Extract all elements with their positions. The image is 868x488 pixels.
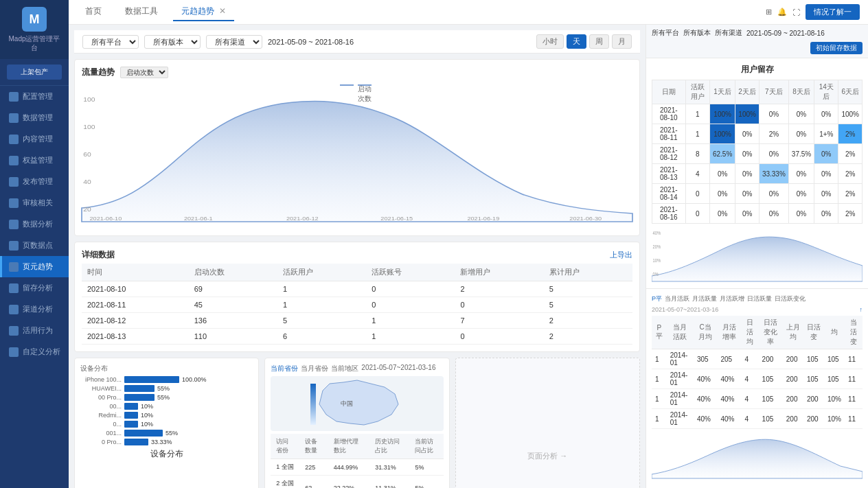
ret-td-active: 1 xyxy=(685,104,709,124)
right-btn[interactable]: 初始留存数据 xyxy=(810,42,863,54)
filter-current-province[interactable]: 当前省份 xyxy=(271,364,298,373)
ret-td-d8: 0% xyxy=(788,104,814,124)
tab-close-icon[interactable]: ✕ xyxy=(219,6,226,16)
act-th10: 当活变 xyxy=(845,316,863,349)
active-export-link[interactable]: ↑ xyxy=(860,306,863,313)
topbar-actions: ⊞ 🔔 ⛶ 情况了解一 xyxy=(766,4,860,20)
svg-text:100: 100 xyxy=(83,124,95,130)
sidebar-item-audit[interactable]: 审核相关 xyxy=(0,192,69,213)
act-f4[interactable]: 月活跃增 xyxy=(720,294,744,303)
act-f3[interactable]: 月活跃量 xyxy=(692,294,717,303)
custom-icon xyxy=(9,347,19,357)
device-bar-item: iPhone 100... 100.00% xyxy=(80,376,253,383)
right-platform-filter[interactable]: 所有平台 xyxy=(652,28,679,38)
sidebar-item-behavior[interactable]: 活用行为 xyxy=(0,320,69,341)
td-total-users: 5 xyxy=(544,281,632,297)
chart-metric-select[interactable]: 启动次数 xyxy=(120,67,168,78)
retention-table-row: 2021-08-13 4 0% 0% 33.33% 0% 0% 2% xyxy=(652,164,863,184)
tab-home[interactable]: 首页 xyxy=(77,3,110,21)
td-total-users: 5 xyxy=(544,297,632,313)
version-filter[interactable]: 所有版本 xyxy=(144,35,201,49)
sidebar-item-rights[interactable]: 权益管理 xyxy=(0,150,69,171)
user-button[interactable]: 上架包产 xyxy=(7,65,62,80)
tab-data-tools[interactable]: 数据工具 xyxy=(117,3,166,21)
sidebar-item-label: 发布管理 xyxy=(23,176,53,187)
channel-filter[interactable]: 所有渠道 xyxy=(206,35,262,49)
device-bar-item: HUAWEI... 55% xyxy=(80,385,253,392)
sidebar-item-publish[interactable]: 发布管理 xyxy=(0,171,69,192)
retention-header-row: 日期 活跃用户 1天后 2天后 7天后 8天后 14天后 6天后 xyxy=(652,80,863,104)
stats-title: 详细数据 xyxy=(82,249,115,261)
time-btn-hour[interactable]: 小时 xyxy=(536,34,564,49)
ret-td-date: 2021-08-12 xyxy=(652,144,686,164)
sidebar-item-trend[interactable]: 页元趋势 xyxy=(0,256,69,277)
active-users-section: P平 当月活跃 月活跃量 月活跃增 日活跃量 日活跃变化 2021-05-07~… xyxy=(646,289,868,488)
th-time: 时间 xyxy=(82,264,189,281)
region-table: 访问省份 设备数量 新增代理数比 历史访问占比 当前访问占比 1 全国 225 … xyxy=(271,434,443,488)
active-users-table: P平 当月活跃 C当月均 月活增率 日活均 日活变化率 上月均 日活变 均 当活… xyxy=(652,316,863,429)
time-btn-month[interactable]: 月 xyxy=(612,34,632,49)
act-f2[interactable]: 当月活跃 xyxy=(665,294,689,303)
filter-month-province[interactable]: 当月省份 xyxy=(301,364,328,373)
ret-td-d6: 2% xyxy=(838,144,863,164)
ret-td-d14: 0% xyxy=(814,184,838,204)
sidebar-item-page-data[interactable]: 页数据点 xyxy=(0,235,69,256)
content-icon xyxy=(9,135,19,144)
channel-icon xyxy=(9,305,19,314)
svg-text:60: 60 xyxy=(83,151,91,158)
td-time: 2021-08-10 xyxy=(82,281,189,297)
act-f5[interactable]: 日活跃量 xyxy=(747,294,772,303)
svg-text:2021-06-30: 2021-06-30 xyxy=(569,216,602,222)
export-link[interactable]: 上导出 xyxy=(610,250,632,260)
act-f6[interactable]: 日活跃变化 xyxy=(775,294,806,303)
ret-td-d7: 2% xyxy=(759,124,788,144)
act-th2: 当月活跃 xyxy=(667,316,694,349)
device-bar-label: Redmi... xyxy=(80,412,122,419)
device-bar-item: 00 Pro... 55% xyxy=(80,394,253,401)
act-th6: 日活变化率 xyxy=(759,316,783,349)
device-bar-val: 55% xyxy=(157,385,170,392)
sidebar-item-retention[interactable]: 留存分析 xyxy=(0,277,69,299)
right-version-filter[interactable]: 所有版本 xyxy=(683,28,711,38)
sidebar-item-content[interactable]: 内容管理 xyxy=(0,128,69,150)
ret-td-d2: 0% xyxy=(735,184,760,204)
ret-td-d7: 0% xyxy=(759,104,788,124)
td-time: 2021-08-11 xyxy=(82,297,189,313)
act-th9: 均 xyxy=(824,316,845,349)
active-table-row: 1 2014-01 40% 40% 4 105 200 200 10% 11 xyxy=(652,409,863,429)
device-bar-val: 55% xyxy=(165,430,178,437)
right-panel: 所有平台 所有版本 所有渠道 2021-05-09 ~ 2021-08-16 初… xyxy=(646,25,868,488)
filter-current-region[interactable]: 当前地区 xyxy=(331,364,358,373)
device-bar-item: 001... 55% xyxy=(80,430,253,437)
ret-td-d1: 0% xyxy=(709,184,735,204)
main-chart-card: 流量趋势 启动次数 启动次数 xyxy=(74,59,640,236)
icon-grid[interactable]: ⊞ xyxy=(766,8,772,16)
ret-th-d8: 8天后 xyxy=(788,80,814,104)
act-f1[interactable]: P平 xyxy=(652,294,662,303)
sidebar-item-data-mgmt[interactable]: 数据管理 xyxy=(0,107,69,128)
ret-td-d14: 0% xyxy=(814,144,838,164)
device-bar-val: 10% xyxy=(141,421,153,428)
main-chart-svg: 100 100 60 40 20 2021-06-10 2021-06-1 20… xyxy=(82,91,632,222)
th-new-users: 新增用户 xyxy=(455,264,543,281)
icon-fullscreen[interactable]: ⛶ xyxy=(792,8,800,16)
right-channel-filter[interactable]: 所有渠道 xyxy=(715,28,742,38)
audit-icon xyxy=(9,198,19,208)
sidebar-item-analysis[interactable]: 数据分析 xyxy=(0,213,69,235)
svg-text:2021-06-12: 2021-06-12 xyxy=(286,216,319,222)
ret-th-date: 日期 xyxy=(652,80,686,104)
platform-filter[interactable]: 所有平台 xyxy=(82,35,139,49)
primary-action-button[interactable]: 情况了解一 xyxy=(806,4,860,20)
th-curr-ratio: 当前访问占比 xyxy=(409,434,443,459)
region-table-row: 2 全国城市 62 22.22% 11.31% 5% xyxy=(271,476,443,489)
tab-trend[interactable]: 元趋趋势 ✕ xyxy=(173,3,234,21)
time-btn-week[interactable]: 周 xyxy=(589,34,609,49)
act-th8: 日活变 xyxy=(803,316,824,349)
sidebar-item-config[interactable]: 配置管理 xyxy=(0,86,69,107)
ret-td-active: 8 xyxy=(685,144,709,164)
sidebar-item-channel[interactable]: 渠道分析 xyxy=(0,299,69,320)
sidebar-item-custom[interactable]: 自定义分析 xyxy=(0,341,69,362)
time-btn-day[interactable]: 天 xyxy=(567,34,586,49)
th-active-accounts: 活跃账号 xyxy=(366,264,455,281)
icon-bell[interactable]: 🔔 xyxy=(777,8,787,16)
